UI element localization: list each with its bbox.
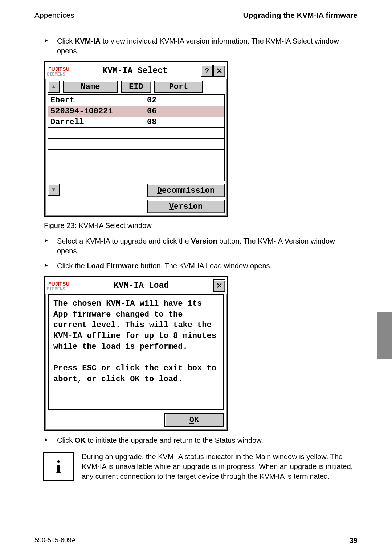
step-click-kvmia: Click KVM-IA to view individual KVM-IA v…: [44, 36, 358, 56]
brand-logo: FUJITSU: [47, 281, 69, 287]
load-message: The chosen KVM-IA will have its App firm…: [48, 294, 224, 410]
column-name-button[interactable]: Name: [63, 81, 118, 93]
scroll-down-icon[interactable]: ▼: [48, 184, 60, 196]
ok-button[interactable]: OK: [164, 413, 224, 427]
brand-sublogo: SIEMENS: [47, 72, 69, 77]
figure-caption: Figure 23: KVM-IA Select window: [44, 221, 358, 230]
version-button[interactable]: Version: [147, 200, 225, 213]
table-row[interactable]: Darrell 08: [48, 117, 224, 128]
close-button[interactable]: ✕: [213, 279, 225, 292]
side-tab: [377, 312, 392, 359]
kvm-ia-list[interactable]: Ebert 02 520394-100221 06 Darrell 08: [48, 94, 225, 181]
help-button[interactable]: ?: [201, 65, 213, 77]
header-left: Appendices: [34, 11, 74, 20]
window-title: KVM-IA Load: [69, 281, 213, 290]
close-button[interactable]: ✕: [213, 65, 225, 77]
step-select-version: Select a KVM-IA to upgrade and click the…: [44, 236, 358, 256]
info-icon: i: [43, 452, 74, 481]
decommission-button[interactable]: Decommission: [147, 184, 225, 197]
header-right: Upgrading the KVM-IA firmware: [243, 11, 358, 20]
table-row[interactable]: 520394-100221 06: [48, 106, 224, 117]
kvm-ia-select-window: FUJITSU SIEMENS KVM-IA Select ? ✕ ▲ Name…: [44, 61, 228, 217]
column-eid-button[interactable]: EID: [121, 81, 151, 93]
brand-logo: FUJITSU: [47, 66, 69, 72]
info-text: During an upgrade, the KVM-IA status ind…: [82, 452, 358, 481]
kvm-ia-load-window: FUJITSU SIEMENS KVM-IA Load ✕ The chosen…: [44, 276, 228, 431]
step-load-firmware: Click the Load Firmware button. The KVM-…: [44, 261, 358, 271]
table-row[interactable]: Ebert 02: [48, 95, 224, 106]
doc-number: 590-595-609A: [34, 536, 76, 545]
window-title: KVM-IA Select: [69, 66, 201, 76]
step-click-ok: Click OK to initiate the upgrade and ret…: [44, 436, 358, 445]
scroll-up-icon[interactable]: ▲: [48, 81, 60, 93]
page-number: 39: [350, 536, 358, 545]
column-port-button[interactable]: Port: [154, 81, 203, 93]
brand-sublogo: SIEMENS: [47, 287, 69, 292]
